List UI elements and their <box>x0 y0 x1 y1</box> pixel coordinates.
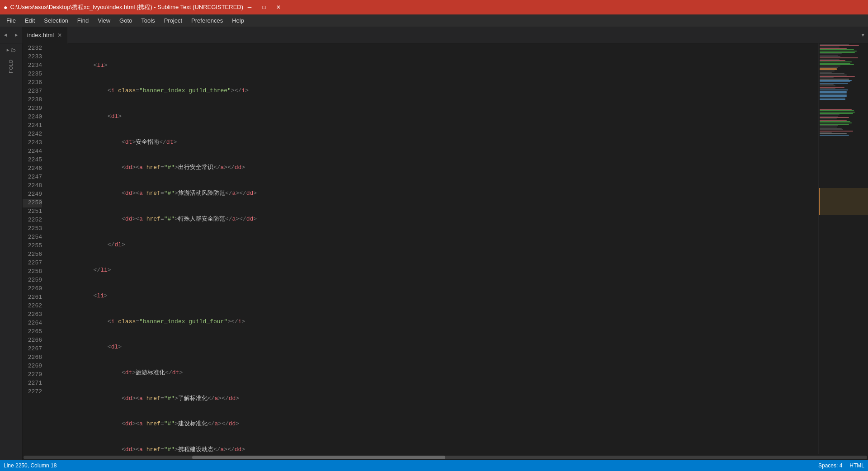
line-num-2256: 2256 <box>23 250 42 259</box>
code-line-2237: <dd><a href="#">旅游活动风险防范</a></dd> <box>51 189 818 198</box>
scrollbar-track[interactable] <box>24 456 867 459</box>
line-num-2258: 2258 <box>23 268 42 276</box>
window-title: C:\Users\asus\Desktop\携程xc_lvyou\index.h… <box>10 3 243 11</box>
line-num-2269: 2269 <box>23 362 42 371</box>
code-line-2247: <dd><a href="#">携程建设动态</a></dd> <box>51 446 818 454</box>
line-num-2248: 2248 <box>23 182 42 190</box>
minimize-button[interactable]: ─ <box>243 2 256 12</box>
line-num-2249: 2249 <box>23 190 42 199</box>
app-icon: ● <box>4 4 7 11</box>
code-line-2238: <dd><a href="#">特殊人群安全防范</a></dd> <box>51 215 818 224</box>
line-num-2259: 2259 <box>23 276 42 285</box>
line-num-2266: 2266 <box>23 336 42 345</box>
line-num-2242: 2242 <box>23 130 42 139</box>
line-num-2247: 2247 <box>23 173 42 182</box>
status-right: Spaces: 4 HTML <box>818 462 864 469</box>
code-line-2242: <i class="banner_index guild_four"></i> <box>51 318 818 326</box>
code-line-2243: <dl> <box>51 343 818 352</box>
line-num-2245: 2245 <box>23 156 42 165</box>
code-line-2239: </dl> <box>51 241 818 250</box>
code-lines: <li> <i class="banner_index guild_three"… <box>47 43 818 454</box>
line-num-2257: 2257 <box>23 259 42 268</box>
tab-nav-right[interactable]: ► <box>11 27 22 43</box>
code-line-2241: <li> <box>51 292 818 301</box>
line-num-2236: 2236 <box>23 79 42 87</box>
line-num-2234: 2234 <box>23 61 42 70</box>
sidebar-label: FOLD <box>7 56 15 77</box>
code-line-2233: <i class="banner_index guild_three"></i> <box>51 87 818 95</box>
menu-project[interactable]: Project <box>160 15 187 26</box>
menubar: File Edit Selection Find View Goto Tools… <box>0 14 868 27</box>
minimap-content <box>819 43 868 454</box>
code-line-2234: <dl> <box>51 113 818 121</box>
sidebar: ► 🗁 FOLD <box>0 43 23 460</box>
line-num-2241: 2241 <box>23 122 42 130</box>
menu-edit[interactable]: Edit <box>20 15 39 26</box>
status-left: Line 2250, Column 18 <box>4 462 57 469</box>
menu-find[interactable]: Find <box>73 15 93 26</box>
line-num-2237: 2237 <box>23 87 42 96</box>
close-button[interactable]: ✕ <box>272 2 285 12</box>
menu-preferences[interactable]: Preferences <box>187 15 227 26</box>
line-num-2265: 2265 <box>23 328 42 336</box>
menu-view[interactable]: View <box>93 15 115 26</box>
line-num-2261: 2261 <box>23 293 42 302</box>
code-line-2236: <dd><a href="#">出行安全常识</a></dd> <box>51 164 818 172</box>
line-num-2251: 2251 <box>23 207 42 216</box>
tabbar: ◄ ► index.html ✕ ▼ <box>0 27 868 43</box>
line-num-2240: 2240 <box>23 113 42 122</box>
cursor-position: Line 2250, Column 18 <box>4 462 57 469</box>
code-line-2244: <dt>旅游标准化</dt> <box>51 369 818 377</box>
menu-goto[interactable]: Goto <box>115 15 137 26</box>
code-scroll: 2232 2233 2234 2235 2236 2237 2238 2239 … <box>23 43 868 454</box>
line-num-2239: 2239 <box>23 104 42 113</box>
tab-close-button[interactable]: ✕ <box>57 32 62 38</box>
menu-file[interactable]: File <box>2 15 20 26</box>
scrollbar-thumb[interactable] <box>192 456 445 459</box>
horizontal-scrollbar[interactable] <box>23 454 868 460</box>
line-num-2263: 2263 <box>23 311 42 319</box>
menu-help[interactable]: Help <box>227 15 249 26</box>
line-num-2250: 2250 <box>23 199 42 207</box>
line-num-2244: 2244 <box>23 147 42 156</box>
line-num-2272: 2272 <box>23 388 42 396</box>
code-area[interactable]: 2232 2233 2234 2235 2236 2237 2238 2239 … <box>23 43 868 460</box>
line-num-2260: 2260 <box>23 285 42 293</box>
line-num-2252: 2252 <box>23 216 42 225</box>
line-num-2267: 2267 <box>23 345 42 353</box>
line-num-2271: 2271 <box>23 379 42 388</box>
code-line-2232: <li> <box>51 61 818 70</box>
line-num-2253: 2253 <box>23 225 42 233</box>
main-layout: ► 🗁 FOLD 2232 2233 2234 2235 2236 2237 2… <box>0 43 868 460</box>
tab-dropdown[interactable]: ▼ <box>858 33 868 38</box>
tab-index-html[interactable]: index.html ✕ <box>22 27 68 43</box>
line-numbers: 2232 2233 2234 2235 2236 2237 2238 2239 … <box>23 43 47 454</box>
line-num-2233: 2233 <box>23 53 42 61</box>
code-line-2235: <dt>安全指南</dt> <box>51 138 818 147</box>
spaces-indicator: Spaces: 4 <box>818 462 842 469</box>
minimap[interactable] <box>818 43 868 454</box>
encoding-indicator: HTML <box>849 462 864 469</box>
line-num-2262: 2262 <box>23 302 42 311</box>
tab-label: index.html <box>27 32 54 38</box>
line-num-2246: 2246 <box>23 165 42 173</box>
line-num-2235: 2235 <box>23 70 42 79</box>
line-num-2232: 2232 <box>23 44 42 53</box>
maximize-button[interactable]: □ <box>258 2 270 12</box>
code-line-2245: <dd><a href="#">了解标准化</a></dd> <box>51 395 818 403</box>
folder-icon: 🗁 <box>10 47 16 54</box>
line-num-2270: 2270 <box>23 371 42 379</box>
statusbar: Line 2250, Column 18 Spaces: 4 HTML <box>0 460 868 471</box>
sidebar-fold[interactable]: ► 🗁 <box>5 45 17 56</box>
menu-selection[interactable]: Selection <box>39 15 72 26</box>
line-num-2255: 2255 <box>23 242 42 250</box>
code-line-2246: <dd><a href="#">建设标准化</a></dd> <box>51 420 818 429</box>
menu-tools[interactable]: Tools <box>137 15 159 26</box>
titlebar: ● C:\Users\asus\Desktop\携程xc_lvyou\index… <box>0 0 868 14</box>
line-num-2254: 2254 <box>23 233 42 242</box>
line-num-2238: 2238 <box>23 96 42 104</box>
code-line-2240: </li> <box>51 266 818 275</box>
fold-arrow: ► <box>6 48 9 53</box>
tab-nav-left[interactable]: ◄ <box>0 27 11 43</box>
line-num-2264: 2264 <box>23 319 42 328</box>
